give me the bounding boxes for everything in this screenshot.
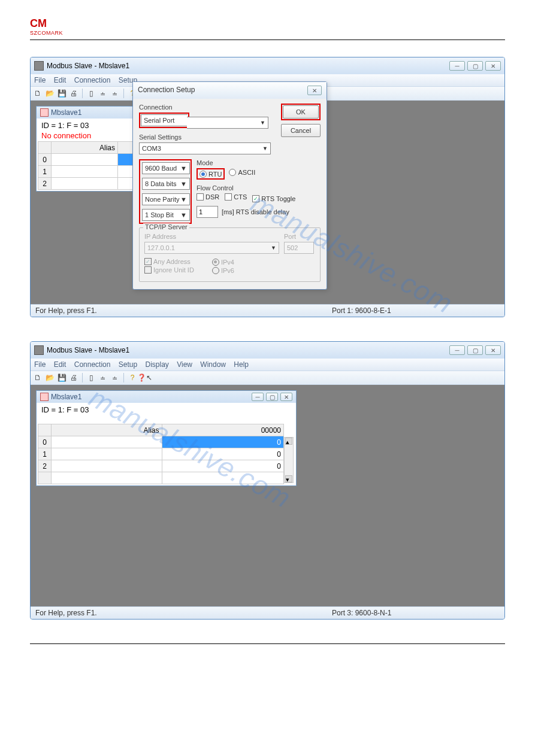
- col-00000: 00000: [162, 424, 284, 436]
- serial-settings-label: Serial Settings: [139, 133, 274, 141]
- tool-icon-1[interactable]: ▯: [86, 373, 96, 382]
- mode-label: Mode: [197, 159, 321, 166]
- screenshot-2: manualshive.com Modbus Slave - Mbslave1 …: [30, 341, 505, 620]
- cell-value[interactable]: 0: [162, 460, 284, 472]
- databits-select[interactable]: 8 Data bits▼: [142, 178, 190, 190]
- child-min-button[interactable]: ─: [252, 393, 264, 401]
- statusbar-2: For Help, press F1. Port 3: 9600-8-N-1: [31, 606, 504, 619]
- table-row: 0: [38, 436, 52, 448]
- table-row: 1: [38, 448, 52, 460]
- ipv6-radio: IPv6: [212, 267, 234, 274]
- table-row: 2: [38, 460, 52, 472]
- status-right: Port 3: 9600-8-N-1: [332, 609, 500, 617]
- menu-file[interactable]: File: [34, 76, 46, 84]
- connection-select-ext[interactable]: ▼: [187, 117, 268, 129]
- menu-display[interactable]: Display: [145, 360, 168, 369]
- cell-value[interactable]: 0: [162, 436, 284, 448]
- maximize-button[interactable]: ▢: [467, 345, 483, 355]
- menu-connection[interactable]: Connection: [74, 360, 111, 369]
- id-line: ID = 1: F = 03: [38, 404, 295, 415]
- minimize-button[interactable]: ─: [449, 345, 465, 355]
- toolbar-2: 🗋 📂 💾 🖨 ▯ ⫨ ⫨ ? ❓↖: [31, 371, 504, 385]
- window-title: Modbus Slave - Mbslave1: [47, 62, 449, 70]
- no-connection: No connection: [38, 131, 142, 141]
- menu-view[interactable]: View: [177, 360, 192, 369]
- parity-select[interactable]: None Parity▼: [142, 193, 190, 205]
- baud-select[interactable]: 9600 Baud▼: [142, 162, 190, 174]
- about-icon[interactable]: ?: [128, 373, 137, 382]
- close-button[interactable]: ✕: [485, 61, 501, 71]
- tool-icon-3[interactable]: ⫨: [110, 373, 120, 382]
- top-rule: [30, 40, 505, 40]
- menubar-2: File Edit Connection Setup Display View …: [31, 359, 504, 371]
- dialog-close-button[interactable]: ✕: [307, 86, 322, 95]
- help-icon[interactable]: ❓↖: [140, 373, 149, 382]
- mode-rtu-radio[interactable]: RTU: [200, 171, 222, 178]
- open-icon[interactable]: 📂: [45, 89, 55, 98]
- menu-connection[interactable]: Connection: [74, 76, 111, 84]
- cell-value[interactable]: 0: [162, 448, 284, 460]
- tcpip-group: TCP/IP Server IP Address 127.0.0.1▼ Port…: [139, 227, 321, 282]
- titlebar-1: Modbus Slave - Mbslave1 ─ ▢ ✕: [31, 57, 504, 74]
- close-button[interactable]: ✕: [485, 345, 501, 355]
- menu-file[interactable]: File: [34, 360, 46, 369]
- child-max-button[interactable]: ▢: [266, 393, 278, 401]
- rts-delay-input[interactable]: [197, 206, 218, 218]
- app-icon: [34, 345, 44, 355]
- col-alias: Alias: [52, 142, 118, 154]
- rts-checkbox[interactable]: ✓RTS Toggle: [252, 195, 295, 202]
- status-right: Port 1: 9600-8-E-1: [332, 306, 500, 315]
- tcpip-label: TCP/IP Server: [143, 223, 189, 230]
- ip-label: IP Address: [144, 233, 279, 240]
- menu-window[interactable]: Window: [200, 360, 226, 369]
- dsr-checkbox[interactable]: DSR: [197, 193, 219, 201]
- table-row: 1: [38, 166, 52, 178]
- vertical-scrollbar[interactable]: ▴ ▾: [284, 437, 294, 483]
- flow-control-label: Flow Control: [197, 184, 321, 192]
- open-icon[interactable]: 📂: [45, 373, 55, 382]
- screenshot-1: manualshive.com Modbus Slave - Mbslave1 …: [30, 57, 505, 317]
- mode-ascii-radio[interactable]: ASCII: [229, 169, 255, 176]
- scroll-up-icon[interactable]: ▴: [285, 438, 292, 445]
- data-grid-1[interactable]: Alias 0 1 2: [38, 141, 142, 190]
- tool-icon-2[interactable]: ⫨: [98, 373, 108, 382]
- logo-top: CM: [30, 18, 505, 29]
- child-close-button[interactable]: ✕: [280, 393, 292, 401]
- new-icon[interactable]: 🗋: [33, 373, 43, 382]
- maximize-button[interactable]: ▢: [467, 61, 483, 71]
- save-icon[interactable]: 💾: [57, 373, 67, 382]
- tool-icon-1[interactable]: ▯: [86, 89, 96, 98]
- bottom-rule: [30, 643, 505, 644]
- window-title: Modbus Slave - Mbslave1: [47, 346, 449, 354]
- data-grid-2[interactable]: Alias00000 00 10 20: [38, 424, 284, 484]
- tool-icon-3[interactable]: ⫨: [110, 89, 120, 98]
- com-select[interactable]: COM3▼: [139, 142, 271, 154]
- cancel-button[interactable]: Cancel: [281, 124, 321, 137]
- scroll-down-icon[interactable]: ▾: [285, 475, 292, 482]
- menu-help[interactable]: Help: [234, 360, 249, 369]
- ignoreunit-checkbox: Ignore Unit ID: [144, 266, 194, 274]
- child-title: Mbslave1: [51, 393, 252, 401]
- stopbit-select[interactable]: 1 Stop Bit▼: [142, 209, 190, 221]
- statusbar-1: For Help, press F1. Port 1: 9600-8-E-1: [31, 304, 504, 317]
- status-left: For Help, press F1.: [35, 306, 332, 315]
- connection-setup-dialog: Connection Setup ✕ OK Cancel Connection …: [132, 81, 327, 290]
- logo-sub: SZCOMARK: [30, 30, 505, 36]
- cts-checkbox[interactable]: CTS: [225, 193, 247, 201]
- status-left: For Help, press F1.: [35, 609, 332, 617]
- minimize-button[interactable]: ─: [449, 61, 465, 71]
- print-icon[interactable]: 🖨: [69, 89, 78, 98]
- new-icon[interactable]: 🗋: [33, 89, 43, 98]
- tool-icon-2[interactable]: ⫨: [98, 89, 108, 98]
- save-icon[interactable]: 💾: [57, 89, 67, 98]
- table-row: 2: [38, 178, 52, 190]
- menu-edit[interactable]: Edit: [54, 360, 67, 369]
- ipv4-radio: IPv4: [212, 259, 234, 266]
- port-input: 502: [284, 242, 314, 254]
- connection-select[interactable]: Serial Port: [141, 114, 188, 126]
- id-line: ID = 1: F = 03: [38, 120, 142, 131]
- ok-button[interactable]: OK: [283, 105, 319, 119]
- print-icon[interactable]: 🖨: [69, 373, 78, 382]
- menu-edit[interactable]: Edit: [54, 76, 67, 84]
- menu-setup[interactable]: Setup: [119, 360, 137, 369]
